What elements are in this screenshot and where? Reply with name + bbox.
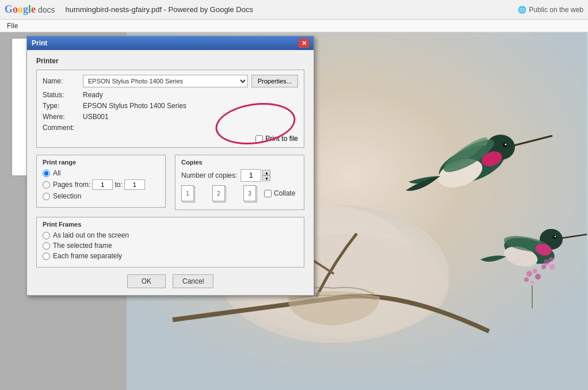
copies-spin-down[interactable]: ▼ — [262, 175, 270, 181]
dialog-title: Print — [32, 39, 47, 47]
all-label: All — [53, 169, 60, 177]
selected-frame-label: The selected frame — [53, 242, 112, 250]
svg-point-27 — [544, 259, 549, 265]
svg-point-25 — [530, 281, 534, 284]
public-badge: 🌐 Public on the web — [518, 6, 583, 14]
page-icon-stack-3: 3 3 — [243, 185, 256, 201]
topbar: Google docs hummingbird-nests-gfairy.pdf… — [0, 0, 588, 20]
menu-bar: File — [0, 20, 588, 32]
collate-row: Collate — [264, 189, 295, 197]
num-copies-label: Number of copies: — [181, 171, 237, 179]
print-range-group: Print range All Pages from: 1 to: 1 — [36, 155, 166, 208]
each-frame-label: Each frame separately — [53, 252, 122, 260]
dialog-titlebar: Print ✕ — [27, 36, 314, 50]
as-laid-out-radio[interactable] — [43, 232, 50, 239]
dialog-body: Printer Name: EPSON Stylus Photo 1400 Se… — [27, 50, 314, 295]
copies-group: Copies Number of copies: ▲ ▼ — [175, 155, 304, 210]
page-icon-1b: 1 — [181, 185, 194, 201]
dialog-buttons: OK Cancel — [36, 274, 304, 288]
print-frames-section: Print Frames As laid out on the screen T… — [36, 217, 304, 267]
logo-docs: docs — [38, 5, 55, 14]
copies-column: Copies Number of copies: ▲ ▼ — [175, 155, 304, 210]
logo-letter-e: e — [31, 3, 36, 16]
type-label: Type: — [43, 102, 83, 110]
name-label: Name: — [43, 77, 83, 85]
properties-button[interactable]: Properties... — [251, 75, 298, 87]
dialog-close-button[interactable]: ✕ — [299, 39, 309, 48]
printer-section: Name: EPSON Stylus Photo 1400 Series Pro… — [36, 70, 304, 148]
print-to-file-checkbox[interactable] — [255, 135, 263, 143]
print-range-title: Print range — [43, 159, 159, 166]
page-icon-3b: 3 — [243, 185, 256, 201]
as-laid-out-row: As laid out on the screen — [43, 231, 298, 239]
print-range-column: Print range All Pages from: 1 to: 1 — [36, 155, 166, 210]
all-radio-row: All — [43, 169, 159, 177]
from-input[interactable]: 1 — [92, 179, 113, 190]
print-dialog: Print ✕ Printer Name: EPSON Stylus Photo… — [26, 36, 314, 296]
pages-radio-row: Pages from: 1 to: 1 — [43, 179, 159, 190]
comment-row: Comment: — [43, 124, 298, 132]
selected-frame-row: The selected frame — [43, 242, 298, 250]
copies-input[interactable] — [240, 169, 261, 182]
logo-letter-g2: g — [23, 3, 28, 16]
svg-point-23 — [524, 277, 529, 282]
ok-button[interactable]: OK — [127, 274, 166, 288]
copies-spinner: ▲ ▼ — [262, 170, 270, 181]
google-logo: Google docs — [5, 3, 55, 16]
status-row: Status: Ready — [43, 91, 298, 99]
print-frames-title: Print Frames — [43, 221, 298, 228]
printer-section-label: Printer — [36, 57, 304, 65]
pages-radio[interactable] — [43, 181, 50, 189]
print-to-file-label: Print to file — [265, 135, 298, 143]
file-menu[interactable]: File — [2, 21, 22, 31]
selected-frame-radio[interactable] — [43, 242, 50, 250]
globe-icon: 🌐 — [518, 6, 526, 14]
logo-letter-o2: o — [18, 3, 23, 16]
page-icon-stack-2: 2 2 — [212, 185, 225, 201]
svg-point-17 — [553, 235, 557, 239]
svg-point-18 — [555, 236, 556, 237]
svg-point-28 — [549, 257, 553, 262]
collate-checkbox[interactable] — [264, 190, 272, 197]
status-label: Status: — [43, 91, 83, 99]
document-title: hummingbird-nests-gfairy.pdf - Powered b… — [66, 5, 518, 14]
main-area: Print ✕ Printer Name: EPSON Stylus Photo… — [0, 32, 588, 390]
comment-label: Comment: — [43, 124, 83, 132]
printer-name-select[interactable]: EPSON Stylus Photo 1400 Series — [83, 75, 248, 87]
type-row: Type: EPSON Stylus Photo 1400 Series — [43, 102, 298, 110]
two-column-section: Print range All Pages from: 1 to: 1 — [36, 155, 304, 210]
svg-point-22 — [533, 269, 537, 273]
type-value: EPSON Stylus Photo 1400 Series — [83, 102, 186, 110]
logo-letter-g: G — [5, 3, 13, 16]
svg-point-29 — [541, 265, 546, 269]
copies-input-row: Number of copies: ▲ ▼ — [181, 169, 298, 182]
all-radio[interactable] — [43, 170, 50, 177]
selection-radio[interactable] — [43, 193, 50, 200]
logo-letter-o1: o — [13, 3, 18, 16]
as-laid-out-label: As laid out on the screen — [53, 231, 129, 239]
svg-point-24 — [535, 274, 541, 280]
svg-point-9 — [505, 144, 507, 146]
each-frame-row: Each frame separately — [43, 252, 298, 260]
to-input[interactable]: 1 — [124, 179, 145, 190]
cancel-button[interactable]: Cancel — [173, 274, 213, 288]
where-row: Where: USB001 — [43, 113, 298, 121]
copies-title: Copies — [181, 159, 298, 166]
status-value: Ready — [83, 91, 103, 99]
where-label: Where: — [43, 113, 83, 121]
to-label: to: — [114, 181, 122, 189]
from-label: from: — [75, 181, 90, 189]
copies-spin-up[interactable]: ▲ — [262, 170, 270, 175]
page-icon-stack-1: 1 1 — [181, 185, 194, 201]
page-icon-2b: 2 — [212, 185, 225, 201]
selection-label: Selection — [53, 192, 81, 200]
printer-name-row: Name: EPSON Stylus Photo 1400 Series Pro… — [43, 75, 298, 87]
selection-radio-row: Selection — [43, 192, 159, 200]
print-to-file-row: Print to file — [43, 135, 298, 143]
each-frame-radio[interactable] — [43, 253, 50, 260]
public-text: Public on the web — [529, 6, 583, 14]
where-value: USB001 — [83, 113, 109, 121]
collate-label: Collate — [274, 189, 295, 197]
page-icons: 1 1 2 2 3 3 — [181, 185, 298, 201]
pages-label: Pages — [53, 181, 72, 189]
